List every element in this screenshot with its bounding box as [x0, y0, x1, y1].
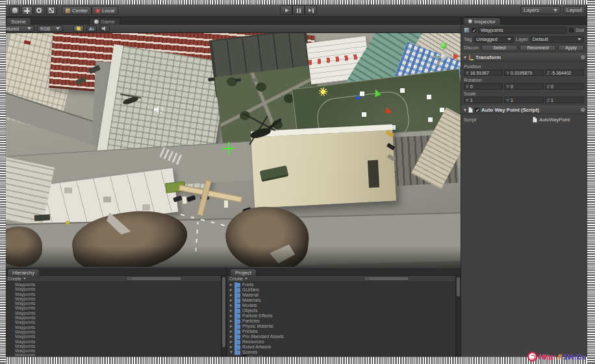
- hierarchy-item[interactable]: Waypoints: [6, 306, 221, 310]
- layer-dropdown[interactable]: Default: [530, 36, 584, 43]
- fold-arrow-icon[interactable]: [230, 330, 233, 333]
- scale-x-field[interactable]: X1: [464, 97, 503, 103]
- scale-y-field[interactable]: Y1: [504, 97, 543, 103]
- pivot-center-toggle[interactable]: Center: [62, 6, 92, 15]
- play-button[interactable]: [280, 5, 292, 15]
- layout-dropdown[interactable]: Layout: [563, 6, 585, 14]
- position-y-field[interactable]: Y0.3195879: [504, 69, 543, 76]
- project-folder-row[interactable]: Objects: [227, 308, 455, 313]
- hierarchy-item[interactable]: Waypoints: [6, 287, 221, 291]
- tab-scene[interactable]: Scene: [6, 18, 31, 25]
- fold-arrow-icon[interactable]: [230, 335, 233, 338]
- rotation-x-field[interactable]: X0: [464, 83, 503, 90]
- project-folder-row[interactable]: Material: [227, 293, 455, 298]
- gameobject-name-field[interactable]: Waypoints: [478, 27, 567, 34]
- project-folder-row[interactable]: Particle Effects: [227, 313, 455, 319]
- scale-tool-button[interactable]: [46, 6, 57, 15]
- active-checkbox[interactable]: [472, 28, 476, 32]
- tab-inspector[interactable]: Inspector: [463, 18, 501, 25]
- move-tool-button[interactable]: [21, 6, 32, 15]
- position-z-field[interactable]: Z-5.364402: [545, 69, 584, 76]
- fold-arrow-icon[interactable]: [230, 309, 233, 312]
- scrollbar-thumb[interactable]: [222, 277, 225, 347]
- fold-arrow-icon[interactable]: [230, 346, 233, 348]
- fold-arrow-open-icon[interactable]: [230, 351, 233, 354]
- hierarchy-item[interactable]: Waypoints: [6, 315, 221, 320]
- hierarchy-item[interactable]: Waypoints: [6, 297, 221, 301]
- hierarchy-item[interactable]: Waypoints: [6, 320, 221, 324]
- fold-arrow-icon[interactable]: [230, 294, 233, 297]
- project-folder-row[interactable]: Models: [227, 303, 455, 308]
- project-create-dropdown[interactable]: Create: [229, 276, 247, 281]
- fold-arrow-icon[interactable]: [230, 284, 233, 286]
- hierarchy-search-field[interactable]: [126, 276, 182, 281]
- handle-space-toggle[interactable]: Local: [92, 6, 118, 15]
- hierarchy-item[interactable]: Waypoints: [6, 353, 221, 356]
- transform-component-header[interactable]: Transform ⚙: [461, 53, 588, 62]
- static-checkbox[interactable]: [569, 28, 574, 32]
- script-component-header[interactable]: Auto Way Point (Script) ⚙: [461, 106, 588, 114]
- rotation-z-field[interactable]: Z0: [545, 83, 584, 90]
- tab-hierarchy[interactable]: Hierarchy: [7, 269, 40, 276]
- tag-dropdown[interactable]: Untagged: [474, 36, 514, 43]
- scene-lighting-toggle[interactable]: [73, 25, 84, 32]
- fold-arrow-icon[interactable]: [230, 289, 233, 291]
- project-scene-asset-row[interactable]: MainMenu: [227, 355, 455, 356]
- hierarchy-create-dropdown[interactable]: Create: [8, 276, 26, 281]
- hierarchy-item[interactable]: Waypoints: [6, 301, 221, 306]
- layers-dropdown[interactable]: Layers: [520, 6, 561, 14]
- project-folder-row[interactable]: Physic Material: [227, 324, 455, 329]
- project-folder-row[interactable]: Resources: [227, 339, 455, 345]
- hierarchy-item[interactable]: Waypoints: [6, 339, 221, 344]
- prefab-reconnect-button[interactable]: Reconnect: [520, 45, 556, 51]
- hierarchy-item[interactable]: Waypoints: [6, 282, 221, 287]
- pause-button[interactable]: [292, 5, 305, 15]
- project-folder-row[interactable]: Particles: [227, 319, 455, 324]
- hierarchy-item[interactable]: Waypoints: [6, 311, 221, 315]
- step-button[interactable]: [305, 5, 317, 15]
- project-folder-row[interactable]: Pro Standard Assets: [227, 334, 455, 339]
- hierarchy-item[interactable]: Waypoints: [6, 292, 221, 297]
- project-folder-row[interactable]: Materials: [227, 298, 455, 303]
- fold-arrow-open-icon[interactable]: [464, 56, 466, 59]
- gear-icon[interactable]: ⚙: [581, 107, 585, 113]
- scale-z-field[interactable]: Z1: [545, 97, 584, 103]
- project-folder-row[interactable]: Fonts: [227, 282, 455, 287]
- fold-arrow-open-icon[interactable]: [464, 109, 466, 112]
- fold-arrow-icon[interactable]: [230, 304, 233, 307]
- prefab-apply-button[interactable]: Apply: [558, 45, 584, 51]
- position-x-field[interactable]: X16.51067: [464, 69, 503, 76]
- script-object-field[interactable]: AutoWayPoint: [501, 117, 584, 123]
- prefab-select-button[interactable]: Select: [481, 45, 518, 51]
- hierarchy-item[interactable]: Waypoints: [6, 325, 221, 330]
- scrollbar-thumb[interactable]: [457, 277, 460, 297]
- fold-arrow-icon[interactable]: [230, 341, 233, 343]
- gear-icon[interactable]: ⚙: [581, 55, 585, 60]
- skybox-fx-toggle[interactable]: [86, 25, 97, 32]
- hierarchy-item[interactable]: Waypoints: [6, 344, 221, 348]
- scene-audio-toggle[interactable]: [99, 25, 110, 32]
- script-enabled-checkbox[interactable]: [475, 108, 479, 112]
- fold-arrow-icon[interactable]: [230, 325, 233, 328]
- project-folder-row[interactable]: Robot Artwork: [227, 345, 455, 350]
- hierarchy-item[interactable]: Waypoints: [6, 330, 221, 334]
- hand-tool-button[interactable]: [9, 6, 20, 15]
- project-search-field[interactable]: [364, 276, 409, 281]
- render-mode-dropdown[interactable]: RGB: [37, 25, 63, 32]
- project-scrollbar[interactable]: [455, 276, 461, 358]
- rotation-y-field[interactable]: Y0: [504, 83, 543, 90]
- scene-gizmo[interactable]: [429, 42, 459, 72]
- project-folder-row[interactable]: Prefabs: [227, 329, 455, 334]
- hierarchy-item[interactable]: Waypoints: [6, 348, 221, 353]
- hierarchy-item[interactable]: Waypoints: [6, 334, 221, 339]
- tab-game[interactable]: Game: [89, 18, 120, 25]
- fold-arrow-icon[interactable]: [230, 315, 233, 317]
- rotate-tool-button[interactable]: [34, 6, 45, 15]
- project-folder-row-scenes[interactable]: Scenes: [227, 350, 455, 355]
- hierarchy-scrollbar[interactable]: [221, 276, 226, 358]
- fold-arrow-icon[interactable]: [230, 320, 233, 322]
- tab-project[interactable]: Project: [230, 269, 257, 276]
- fold-arrow-icon[interactable]: [230, 299, 233, 302]
- scene-viewport[interactable]: [6, 33, 461, 267]
- project-folder-row[interactable]: GUISkin: [227, 287, 455, 293]
